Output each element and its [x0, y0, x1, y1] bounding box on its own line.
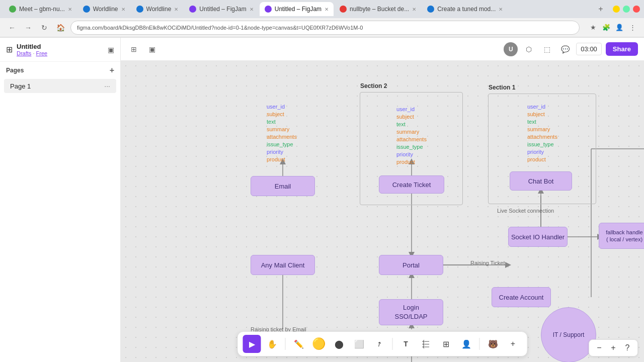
- text-tool-button[interactable]: T: [397, 335, 415, 353]
- page-item-label: Page 1: [10, 82, 31, 90]
- inspect-icon[interactable]: ⬚: [540, 42, 554, 56]
- frame-tool-button[interactable]: ⬱: [417, 335, 435, 353]
- bookmark-icon[interactable]: ★: [588, 22, 599, 33]
- home-button[interactable]: 🏠: [54, 22, 66, 34]
- user-avatar[interactable]: U: [504, 42, 518, 56]
- project-subtitle: Drafts · Free: [17, 50, 47, 56]
- bottom-toolbar: ▶ ✋ ✏️ 🟡 ⬤ ⬜ ↗ T ⬱ ⊞ 👤 🐻 +: [237, 331, 528, 356]
- figma-menu-icon[interactable]: ⊞: [6, 45, 13, 54]
- raising-ticket-label: Raising Ticket: [470, 260, 505, 266]
- circle-shape-button[interactable]: ⬤: [330, 335, 348, 353]
- toolbar-separator2: [392, 338, 393, 350]
- pen-tool-button[interactable]: ✏️: [290, 335, 308, 353]
- figma-topbar: ⊞ ▣ U ⬡ ⬚ 💬 03:00 Share: [121, 38, 644, 61]
- section1-label: Section 1: [489, 84, 515, 91]
- zoom-controls: − + ?: [589, 339, 638, 356]
- add-page-button[interactable]: +: [110, 66, 114, 75]
- timer-display: 03:00: [576, 43, 602, 55]
- browser-tab-meet[interactable]: Meet – gbm-nu...✕: [4, 2, 77, 16]
- email-box[interactable]: Email: [251, 176, 315, 196]
- pages-header: Pages +: [0, 62, 120, 79]
- drafts-label: Drafts: [17, 50, 31, 56]
- browser-tab-worldline2[interactable]: Worldline✕: [131, 2, 184, 16]
- figma-app: ⊞ Untitled Drafts · Free ▣ Pages + Page …: [0, 38, 644, 362]
- present-icon[interactable]: ⬡: [522, 42, 536, 56]
- cursor-tool-button[interactable]: ▶: [243, 335, 261, 353]
- fields-left: user_id subject text summary attachments…: [267, 104, 297, 162]
- canvas-area[interactable]: Section 2 Section 1 user_id subject text…: [121, 61, 644, 362]
- sticker-button[interactable]: 🟡: [310, 335, 328, 353]
- fallback-handle-box[interactable]: fallback handle( local / vertex): [599, 223, 644, 249]
- sidebar-header: ⊞ Untitled Drafts · Free ▣: [0, 38, 120, 62]
- portal-box[interactable]: Portal: [379, 255, 443, 275]
- free-label[interactable]: Free: [36, 50, 48, 56]
- maximize-button[interactable]: [623, 6, 630, 13]
- forward-button[interactable]: →: [22, 22, 34, 34]
- project-title: Untitled: [17, 43, 47, 50]
- profile-icon[interactable]: 👤: [614, 22, 625, 33]
- layers-icon[interactable]: ▣: [145, 42, 159, 56]
- browser-chrome: Meet – gbm-nu...✕Worldline✕Worldline✕Unt…: [0, 0, 644, 38]
- expand-icon[interactable]: ▣: [108, 46, 114, 54]
- back-button[interactable]: ←: [6, 22, 18, 34]
- chat-bot-box[interactable]: Chat Bot: [510, 171, 572, 191]
- plugin-button[interactable]: 🐻: [484, 335, 502, 353]
- browser-tab-nullbyte[interactable]: nullbyte – Bucket de...✕: [335, 2, 421, 16]
- zoom-in-button[interactable]: +: [607, 342, 619, 354]
- arrow-button[interactable]: ↗: [367, 331, 391, 356]
- address-bar: ← → ↻ 🏠 figma.com/board/kDksgDB8nElk8wKO…: [0, 18, 644, 37]
- user-tool-button[interactable]: 👤: [457, 335, 475, 353]
- toolbar-separator3: [479, 338, 480, 350]
- browser-tab-worldline1[interactable]: Worldline✕: [78, 2, 130, 16]
- rect-shape-button[interactable]: ⬜: [350, 335, 368, 353]
- share-button[interactable]: Share: [606, 42, 638, 56]
- section2-label: Section 2: [360, 82, 387, 89]
- minimize-button[interactable]: [613, 6, 620, 13]
- tools-icon[interactable]: ⊞: [127, 42, 141, 56]
- comment-icon[interactable]: 💬: [558, 42, 572, 56]
- socket-io-box[interactable]: Socket IO Handler: [508, 227, 568, 247]
- hand-tool-button[interactable]: ✋: [263, 335, 281, 353]
- address-input[interactable]: figma.com/board/kDksgDB8nElk8wKOCiDiMD/U…: [70, 21, 580, 35]
- fields-section1: user_id subject text summary attachments…: [527, 104, 557, 162]
- toolbar-separator: [285, 338, 286, 350]
- left-sidebar: ⊞ Untitled Drafts · Free ▣ Pages + Page …: [0, 38, 121, 362]
- any-mail-client-box[interactable]: Any Mail Client: [251, 255, 315, 275]
- create-ticket-box[interactable]: Create Ticket: [379, 175, 444, 194]
- it-support-circle[interactable]: IT / Support: [541, 307, 596, 362]
- live-socket-label: Live Socket connection: [497, 208, 554, 214]
- login-sso-box[interactable]: LoginSSO/LDAP: [379, 299, 443, 325]
- tab-bar: Meet – gbm-nu...✕Worldline✕Worldline✕Unt…: [0, 0, 644, 18]
- page-options-icon[interactable]: ···: [104, 82, 110, 90]
- table-tool-button[interactable]: ⊞: [437, 335, 455, 353]
- new-tab-button[interactable]: +: [594, 2, 608, 16]
- page-item[interactable]: Page 1 ···: [4, 79, 116, 93]
- zoom-help-button[interactable]: ?: [621, 342, 633, 354]
- fields-section2: user_id subject text summary attachments…: [396, 106, 427, 165]
- reload-button[interactable]: ↻: [38, 22, 50, 34]
- settings-icon[interactable]: ⋮: [627, 22, 638, 33]
- browser-tab-figma-untitled2[interactable]: Untitled – FigJam✕: [260, 2, 334, 16]
- extensions-icon[interactable]: 🧩: [601, 22, 612, 33]
- create-account-box[interactable]: Create Account: [492, 287, 551, 307]
- zoom-out-button[interactable]: −: [593, 342, 605, 354]
- browser-tab-figma-untitled1[interactable]: Untitled – FigJam✕: [184, 2, 258, 16]
- browser-tab-create-tuned[interactable]: Create a tuned mod...✕: [422, 2, 508, 16]
- more-tools-button[interactable]: +: [504, 335, 522, 353]
- close-button[interactable]: [633, 6, 640, 13]
